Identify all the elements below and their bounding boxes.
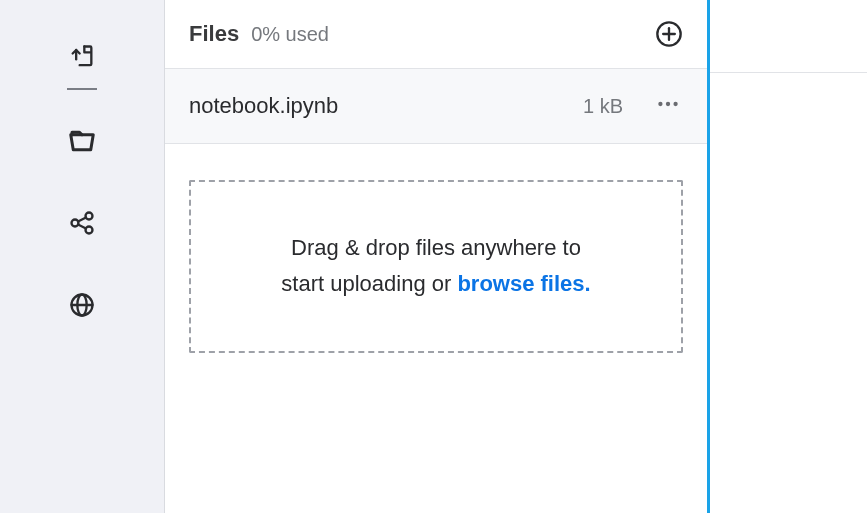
svg-point-11 — [658, 102, 662, 106]
plus-circle-icon — [655, 20, 683, 48]
svg-line-4 — [78, 225, 86, 229]
file-name: notebook.ipynb — [189, 93, 338, 119]
sidebar — [0, 0, 165, 513]
sidebar-item-files[interactable] — [65, 124, 99, 158]
dropzone-line2-prefix: start uploading or — [281, 271, 457, 296]
main: Files 0% used notebook.ipynb 1 kB — [165, 0, 867, 513]
sidebar-item-share[interactable] — [65, 206, 99, 240]
file-row-right: 1 kB — [583, 87, 685, 125]
upload-file-icon — [68, 43, 96, 71]
globe-icon — [68, 291, 96, 319]
file-row[interactable]: notebook.ipynb 1 kB — [165, 69, 707, 144]
right-divider — [710, 72, 867, 73]
file-size: 1 kB — [583, 95, 623, 118]
dropzone[interactable]: Drag & drop files anywhere to start uplo… — [189, 180, 683, 353]
svg-point-13 — [673, 102, 677, 106]
file-more-button[interactable] — [651, 87, 685, 125]
dropzone-line1: Drag & drop files anywhere to — [221, 230, 651, 266]
files-panel: Files 0% used notebook.ipynb 1 kB — [165, 0, 710, 513]
right-area — [710, 0, 867, 513]
share-icon — [68, 209, 96, 237]
sidebar-item-upload[interactable] — [65, 40, 99, 74]
browse-files-link[interactable]: browse files. — [457, 271, 590, 296]
files-title: Files — [189, 21, 239, 47]
files-usage: 0% used — [251, 23, 329, 46]
sidebar-divider — [67, 88, 97, 90]
more-horizontal-icon — [655, 91, 681, 117]
dropzone-wrap: Drag & drop files anywhere to start uplo… — [165, 144, 707, 353]
files-header: Files 0% used — [165, 0, 707, 69]
folder-icon — [67, 126, 97, 156]
svg-point-12 — [666, 102, 670, 106]
dropzone-line2: start uploading or browse files. — [221, 266, 651, 302]
svg-line-3 — [78, 218, 86, 222]
add-file-button[interactable] — [653, 18, 685, 50]
files-header-left: Files 0% used — [189, 21, 329, 47]
sidebar-item-web[interactable] — [65, 288, 99, 322]
